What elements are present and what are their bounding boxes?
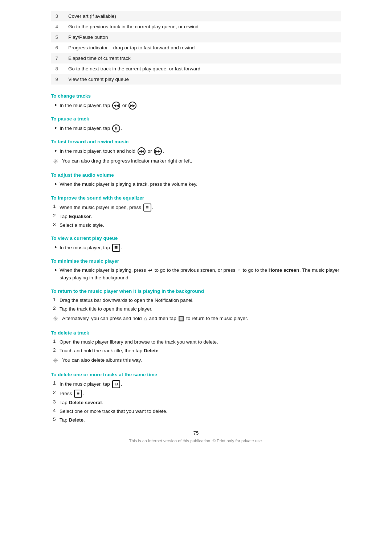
table-num: 9: [51, 74, 64, 85]
section-heading: To view a current play queue: [51, 235, 341, 241]
numbered-item: 2Touch and hold the track title, then ta…: [53, 347, 341, 354]
table-desc: Go to the previous track in the current …: [64, 21, 341, 32]
numbered-item: 3Tap Delete several.: [53, 399, 341, 406]
table-desc: Cover art (if available): [64, 11, 341, 21]
numbered-item: 1When the music player is open, press ≡.: [53, 204, 341, 212]
table-desc: Play/Pause button: [64, 32, 341, 42]
numbered-item: 1Open the music player library and brows…: [53, 338, 341, 346]
bullet-item: •In the music player, tap ◀◀ or ▶▶.: [54, 102, 341, 110]
page-number: 75: [51, 430, 341, 436]
numbered-item: 2Tap Equaliser.: [53, 213, 341, 220]
item-number: 1: [53, 380, 60, 386]
table-num: 4: [51, 21, 64, 32]
numbered-item: 5Tap Delete.: [53, 416, 341, 424]
table-desc: Elapsed time of current track: [64, 53, 341, 63]
item-text: Select one or more tracks that you want …: [60, 408, 167, 415]
tip-icon: ✳: [53, 315, 58, 323]
numbered-item: 4Select one or more tracks that you want…: [53, 408, 341, 415]
section-return-background: To return to the music player when it is…: [51, 288, 341, 324]
back-icon: ↩: [148, 267, 152, 274]
section-heading: To improve the sound with the equalizer: [51, 195, 341, 201]
section-heading: To delete a track: [51, 330, 341, 336]
next-icon: ▶▶: [154, 147, 162, 155]
item-number: 5: [53, 416, 60, 422]
bullet-dot: •: [54, 181, 57, 189]
tip-icon: ✳: [53, 357, 58, 365]
table-num: 6: [51, 42, 64, 53]
queue-icon: ☰: [112, 244, 120, 252]
item-number: 1: [53, 204, 60, 209]
bullet-item: •When the music player is playing, press…: [54, 267, 341, 282]
bullet-dot: •: [54, 267, 57, 275]
prev-icon: ◀◀: [138, 147, 146, 155]
section-equalizer: To improve the sound with the equalizer1…: [51, 195, 341, 229]
section-heading: To adjust the audio volume: [51, 172, 341, 178]
numbered-item: 2Tap the track title to open the music p…: [53, 305, 341, 313]
numbered-item: 2Press ≡.: [53, 390, 341, 398]
bullet-dot: •: [54, 147, 57, 155]
section-fast-forward: To fast forward and rewind music•In the …: [51, 139, 341, 166]
bullet-item: •In the music player, tap ☰.: [54, 244, 341, 252]
item-number: 2: [53, 390, 60, 395]
section-pause-track: To pause a track•In the music player, ta…: [51, 116, 341, 132]
section-delete-track: To delete a track1Open the music player …: [51, 330, 341, 365]
item-text: Press ≡.: [60, 390, 84, 398]
bullet-text: In the music player, tap ⏸.: [60, 124, 122, 132]
table-desc: View the current play queue: [64, 74, 341, 85]
section-heading: To pause a track: [51, 116, 341, 122]
bullet-dot: •: [54, 244, 57, 252]
numbered-item: 1In the music player, tap ⊟.: [53, 380, 341, 388]
section-heading: To minimise the music player: [51, 258, 341, 264]
bullet-dot: •: [54, 102, 57, 110]
home-icon: ⌂: [144, 315, 147, 323]
reference-table: 3Cover art (if available)4Go to the prev…: [51, 11, 341, 85]
item-text: Open the music player library and browse…: [60, 338, 218, 346]
tip-text: You can also delete albums this way.: [62, 357, 142, 364]
bullet-dot: •: [54, 124, 57, 132]
item-text: Tap Delete.: [60, 416, 85, 424]
table-num: 5: [51, 32, 64, 42]
prev-icon: ◀◀: [112, 102, 120, 110]
item-number: 4: [53, 408, 60, 413]
tip-text: Alternatively, you can press and hold ⌂ …: [62, 315, 248, 323]
tip-icon: ✳: [53, 157, 58, 166]
bullet-item: •In the music player, tap ⏸.: [54, 124, 341, 132]
section-heading: To delete one or more tracks at the same…: [51, 372, 341, 377]
menu-icon: ≡: [74, 390, 82, 398]
bullet-text: When the music player is playing, press …: [60, 267, 341, 282]
item-text: Select a music style.: [60, 222, 104, 229]
item-number: 3: [53, 222, 60, 227]
section-delete-multiple: To delete one or more tracks at the same…: [51, 372, 341, 424]
bullet-text: In the music player, touch and hold ◀◀ o…: [60, 147, 164, 155]
tip-row: ✳Alternatively, you can press and hold ⌂…: [53, 315, 341, 323]
item-number: 3: [53, 399, 60, 405]
item-text: Touch and hold the track title, then tap…: [60, 347, 160, 354]
table-num: 3: [51, 11, 64, 21]
section-minimise: To minimise the music player•When the mu…: [51, 258, 341, 282]
section-view-queue: To view a current play queue•In the musi…: [51, 235, 341, 252]
footer-note: This is an Internet version of this publ…: [51, 439, 341, 443]
bullet-item: •When the music player is playing a trac…: [54, 181, 341, 189]
item-text: In the music player, tap ⊟.: [60, 380, 122, 388]
table-desc: Go to the next track in the current play…: [64, 63, 341, 74]
notif-icon: 🔲: [178, 315, 184, 323]
item-number: 1: [53, 297, 60, 302]
numbered-item: 1Drag the status bar downwards to open t…: [53, 297, 341, 304]
table-num: 8: [51, 63, 64, 74]
bullet-text: When the music player is playing a track…: [60, 181, 197, 188]
bullet-item: •In the music player, touch and hold ◀◀ …: [54, 147, 341, 155]
bullet-text: In the music player, tap ☰.: [60, 244, 122, 252]
section-change-tracks: To change tracks•In the music player, ta…: [51, 93, 341, 110]
item-number: 2: [53, 347, 60, 353]
section-heading: To fast forward and rewind music: [51, 139, 341, 144]
home-icon: ⌂: [237, 267, 240, 274]
section-heading: To change tracks: [51, 93, 341, 99]
item-text: Drag the status bar downwards to open th…: [60, 297, 193, 304]
bullet-text: In the music player, tap ◀◀ or ▶▶.: [60, 102, 139, 110]
item-number: 2: [53, 213, 60, 218]
menu-icon: ≡: [143, 204, 151, 212]
tip-text: You can also drag the progress indicator…: [62, 157, 192, 165]
item-text: Tap Delete several.: [60, 399, 103, 406]
tip-row: ✳You can also drag the progress indicato…: [53, 157, 341, 166]
item-text: When the music player is open, press ≡.: [60, 204, 154, 212]
